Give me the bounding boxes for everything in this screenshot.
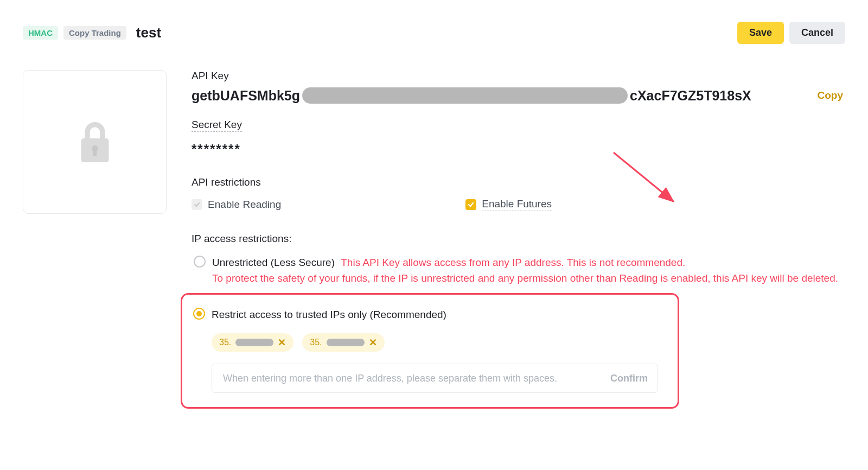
secret-key-value: ******** — [192, 142, 845, 157]
enable-reading-checkbox — [192, 199, 202, 210]
ip-restrictions-title: IP access restrictions: — [192, 233, 845, 245]
ip-input-row: Confirm — [212, 364, 658, 393]
save-button[interactable]: Save — [737, 22, 784, 44]
api-name-title: test — [136, 24, 161, 41]
api-key-suffix: cXacF7GZ5T918sX — [630, 88, 751, 104]
confirm-ip-button[interactable]: Confirm — [610, 373, 648, 384]
main-column: API Key getbUAFSMbk5g cXacF7GZ5T918sX Co… — [192, 70, 845, 409]
ip-address-input[interactable] — [222, 372, 610, 385]
header-row: HMAC Copy Trading test Save Cancel — [23, 22, 845, 44]
ip-chip: 35. ✕ — [302, 333, 384, 352]
ip-chip-prefix: 35. — [219, 338, 231, 347]
header-actions: Save Cancel — [737, 22, 845, 44]
ip-chip-remove-icon[interactable]: ✕ — [369, 336, 377, 348]
header-left: HMAC Copy Trading test — [23, 24, 161, 41]
api-restrictions-title: API restrictions — [192, 176, 845, 188]
ip-unrestricted-warning-block: To protect the safety of your funds, if … — [212, 270, 838, 286]
ip-unrestricted-radio[interactable] — [194, 256, 206, 268]
ip-unrestricted-warning-inline: This API Key allows access from any IP a… — [341, 257, 685, 268]
ip-restricted-label: Restrict access to trusted IPs only (Rec… — [212, 307, 446, 322]
ip-unrestricted-label: Unrestricted (Less Secure) — [212, 257, 335, 268]
qr-placeholder-box — [23, 70, 167, 214]
ip-restricted-option[interactable]: Restrict access to trusted IPs only (Rec… — [193, 307, 667, 322]
api-key-row: getbUAFSMbk5g cXacF7GZ5T918sX Copy — [192, 87, 845, 104]
ip-unrestricted-option[interactable]: Unrestricted (Less Secure) This API Key … — [192, 255, 845, 287]
cancel-button[interactable]: Cancel — [789, 22, 845, 44]
secret-key-label: Secret Key — [192, 119, 242, 132]
enable-futures-checkbox[interactable] — [465, 199, 476, 210]
enable-futures-option[interactable]: Enable Futures — [465, 198, 552, 211]
ip-chip: 35. ✕ — [212, 333, 293, 352]
ip-restricted-highlight-box: Restrict access to trusted IPs only (Rec… — [181, 293, 679, 409]
body-row: API Key getbUAFSMbk5g cXacF7GZ5T918sX Co… — [23, 70, 845, 409]
badge-hmac: HMAC — [23, 26, 58, 40]
enable-reading-option: Enable Reading — [192, 199, 281, 211]
ip-chip-redacted — [235, 339, 273, 346]
api-key-redacted — [302, 87, 628, 104]
ip-chip-redacted — [327, 339, 365, 346]
api-key-prefix: getbUAFSMbk5g — [192, 88, 300, 104]
copy-api-key-link[interactable]: Copy — [818, 90, 846, 101]
check-icon — [468, 201, 474, 208]
api-key-label: API Key — [192, 70, 845, 82]
lock-icon — [76, 118, 114, 166]
trusted-ip-chips: 35. ✕ 35. ✕ — [212, 333, 667, 352]
ip-chip-remove-icon[interactable]: ✕ — [278, 336, 286, 348]
ip-unrestricted-text: Unrestricted (Less Secure) This API Key … — [212, 255, 838, 287]
svg-rect-2 — [93, 149, 97, 156]
ip-restricted-radio[interactable] — [193, 308, 205, 320]
api-restrictions-row: Enable Reading Enable Futures — [192, 198, 845, 211]
api-key-value: getbUAFSMbk5g cXacF7GZ5T918sX — [192, 87, 751, 104]
enable-reading-label: Enable Reading — [208, 199, 281, 211]
ip-chip-prefix: 35. — [310, 338, 322, 347]
badge-copy-trading: Copy Trading — [63, 26, 126, 40]
enable-futures-label: Enable Futures — [482, 198, 552, 211]
check-icon — [194, 201, 200, 208]
